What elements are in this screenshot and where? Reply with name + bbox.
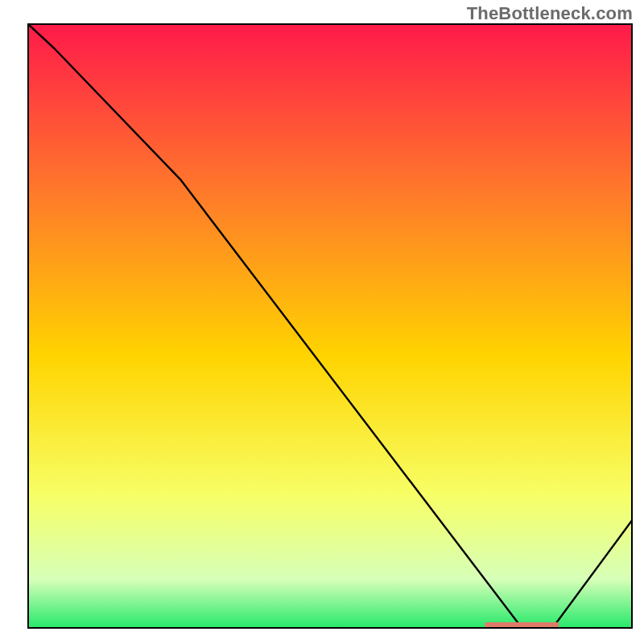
chart-container: TheBottleneck.com [0,0,644,644]
bottleneck-chart [0,0,644,644]
